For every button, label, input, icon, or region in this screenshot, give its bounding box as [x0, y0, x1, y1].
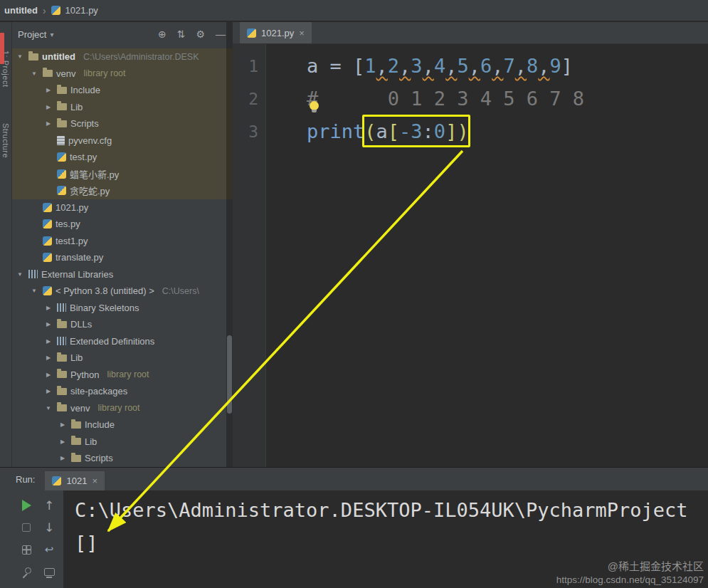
tree-item-label: test.py — [70, 152, 97, 162]
code-area[interactable]: a = [1,2,3,4,5,6,7,8,9]# 0 1 2 3 4 5 6 7… — [267, 44, 708, 467]
down-stack-trace-button[interactable]: ↓ — [38, 520, 60, 535]
tree-item[interactable]: ▶Lib — [12, 350, 233, 367]
restore-layout-button[interactable] — [15, 542, 38, 557]
code-token: 2 — [388, 55, 399, 77]
collapse-all-icon[interactable]: ⇅ — [177, 29, 186, 39]
editor-tab-bar: 1021.py × — [233, 22, 708, 44]
code-line[interactable]: # 0 1 2 3 4 5 6 7 8 — [307, 83, 708, 115]
chevron-expanded-icon[interactable]: ▼ — [29, 288, 39, 294]
code-token: , — [469, 55, 480, 77]
folder-icon — [71, 455, 81, 462]
chevron-collapsed-icon[interactable]: ▶ — [58, 421, 68, 428]
tree-item[interactable]: translate.py — [12, 249, 233, 266]
tree-item[interactable]: ▶Include — [12, 416, 233, 434]
tree-item[interactable]: ▶Pythonlibrary root — [12, 367, 233, 384]
tree-item[interactable]: ▶Include — [12, 82, 233, 99]
tree-item[interactable]: ▶DLLs — [12, 316, 233, 333]
tree-item[interactable]: ▶site-packages — [12, 383, 233, 400]
watermark: @稀土掘金技术社区 https://blog.csdn.net/qq_35124… — [556, 560, 704, 587]
chevron-collapsed-icon[interactable]: ▶ — [43, 305, 53, 311]
tree-item-label: site-packages — [70, 386, 127, 397]
folder-icon — [57, 404, 67, 411]
stop-button[interactable] — [15, 520, 38, 535]
chevron-expanded-icon[interactable]: ▼ — [29, 70, 39, 77]
tree-item[interactable]: ▶Lib — [12, 99, 233, 116]
code-token: , — [399, 55, 411, 77]
breadcrumb-project[interactable]: untitled — [4, 5, 38, 16]
intention-bulb-icon[interactable] — [310, 101, 319, 110]
scroll-to-end-button[interactable] — [38, 564, 60, 579]
chevron-collapsed-icon[interactable]: ▶ — [43, 388, 53, 394]
tree-item-label: Lib — [70, 352, 83, 363]
run-toolbar: ↑ ↓ ↩ — [12, 490, 63, 588]
code-token: , — [376, 55, 388, 77]
chevron-collapsed-icon[interactable]: ▶ — [43, 120, 53, 127]
folder-icon — [57, 388, 67, 395]
tree-item[interactable]: 蜡笔小新.py — [12, 166, 233, 183]
chevron-expanded-icon[interactable]: ▼ — [15, 53, 25, 60]
project-panel-title[interactable]: Project — [18, 29, 46, 40]
chevron-collapsed-icon[interactable]: ▶ — [43, 372, 53, 378]
tree-item[interactable]: test1.py — [12, 233, 233, 250]
lib-icon — [57, 303, 66, 312]
tree-item-label: pyvenv.cfg — [68, 135, 112, 146]
tree-item[interactable]: ▼untitledC:\Users\Administrator.DESK — [12, 48, 233, 65]
breadcrumb-file[interactable]: 1021.py — [65, 5, 98, 16]
gear-icon[interactable]: ⚙ — [196, 29, 205, 39]
close-icon[interactable]: × — [299, 28, 305, 38]
chevron-expanded-icon[interactable]: ▼ — [15, 271, 25, 278]
chevron-collapsed-icon[interactable]: ▶ — [58, 439, 68, 445]
tree-item[interactable]: ▶Binary Skeletons — [12, 300, 233, 317]
scrollbar-thumb[interactable] — [227, 335, 232, 414]
chevron-collapsed-icon[interactable]: ▶ — [58, 455, 68, 461]
tree-item[interactable]: ▼< Python 3.8 (untitled) >C:\Users\ — [12, 283, 233, 300]
code-token: a — [307, 55, 318, 77]
chevron-collapsed-icon[interactable]: ▶ — [43, 87, 53, 93]
close-icon[interactable]: × — [92, 476, 97, 486]
tree-item[interactable]: ▶Scripts — [12, 450, 233, 467]
tree-item[interactable]: 1021.py — [12, 199, 233, 216]
python-icon — [43, 236, 52, 246]
chevron-collapsed-icon[interactable]: ▶ — [43, 104, 53, 110]
chevron-collapsed-icon[interactable]: ▶ — [43, 338, 53, 345]
chevron-expanded-icon[interactable]: ▼ — [43, 405, 53, 411]
locate-file-icon[interactable]: ⊕ — [158, 29, 167, 39]
tree-item-label: Lib — [85, 436, 97, 447]
up-stack-trace-button[interactable]: ↑ — [38, 498, 60, 513]
tree-item[interactable]: test.py — [12, 149, 233, 166]
folder-icon — [57, 103, 67, 110]
editor[interactable]: 123 a = [1,2,3,4,5,6,7,8,9]# 0 1 2 3 4 5… — [233, 44, 708, 467]
tree-item[interactable]: ▶Extended Definitions — [12, 333, 233, 350]
project-tree: ▼untitledC:\Users\Administrator.DESK▼ven… — [12, 48, 233, 467]
code-line[interactable]: a = [1,2,3,4,5,6,7,8,9] — [307, 50, 708, 83]
run-tab-1021[interactable]: 1021 × — [45, 471, 105, 490]
tree-item[interactable]: ▼venvlibrary root — [12, 400, 233, 417]
tree-item[interactable]: ▼venvlibrary root — [12, 65, 233, 83]
console-line: [] — [75, 527, 708, 560]
rerun-button[interactable] — [15, 498, 38, 513]
project-panel: Project ▾ ⊕ ⇅ ⚙ — ▼untitledC:\Users\Admi… — [12, 22, 233, 467]
arrow-up-icon: ↑ — [44, 498, 54, 513]
hide-panel-icon[interactable]: — — [216, 29, 226, 39]
chevron-collapsed-icon[interactable]: ▶ — [43, 355, 53, 361]
code-token: , — [492, 55, 503, 77]
tree-item[interactable]: 贪吃蛇.py — [12, 182, 233, 199]
tree-item[interactable]: tes.py — [12, 216, 233, 233]
editor-tab-label: 1021.py — [261, 28, 294, 38]
tree-item[interactable]: ▶Scripts — [12, 115, 233, 132]
code-token: , — [423, 55, 434, 77]
soft-wrap-button[interactable]: ↩ — [38, 542, 60, 557]
tree-item[interactable]: ▶Lib — [12, 434, 233, 451]
code-token: = [ — [318, 55, 364, 77]
pin-tab-button[interactable] — [15, 564, 38, 579]
code-token: print — [307, 120, 364, 142]
line-number: 1 — [233, 50, 265, 83]
chevron-collapsed-icon[interactable]: ▶ — [43, 321, 53, 327]
chevron-down-icon: ▾ — [50, 31, 53, 38]
tree-item[interactable]: ▼External Libraries — [12, 266, 233, 283]
stripe-button-structure[interactable]: Structure — [1, 123, 10, 158]
code-token: 7 — [503, 55, 514, 77]
tree-item[interactable]: pyvenv.cfg — [12, 132, 233, 149]
editor-tab-1021py[interactable]: 1021.py × — [240, 22, 312, 43]
code-token: , — [515, 55, 527, 77]
